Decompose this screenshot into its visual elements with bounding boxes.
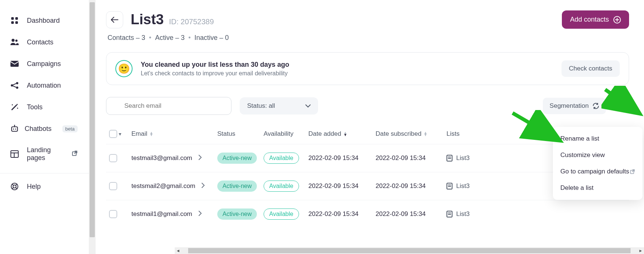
svg-point-20 bbox=[14, 125, 15, 126]
row-email: testsmail2@gmail.com bbox=[131, 182, 195, 190]
sidebar-item-landing-pages[interactable]: Landing pages bbox=[0, 139, 96, 169]
sidebar-item-dashboard[interactable]: Dashboard bbox=[0, 10, 96, 31]
back-button[interactable] bbox=[106, 11, 123, 28]
column-availability: Availability bbox=[264, 130, 308, 138]
horizontal-scrollbar[interactable]: ◄ ► bbox=[175, 247, 644, 254]
row-date-subscribed: 2022-02-09 15:34 bbox=[376, 182, 447, 190]
list-icon bbox=[447, 211, 452, 217]
beta-badge: beta bbox=[62, 125, 78, 132]
svg-point-17 bbox=[13, 129, 14, 130]
dots-vertical-icon bbox=[620, 102, 623, 110]
svg-point-18 bbox=[15, 129, 16, 130]
robot-icon bbox=[10, 125, 19, 133]
sidebar-item-campaigns[interactable]: Campaigns bbox=[0, 53, 96, 75]
row-date-added: 2022-02-09 15:34 bbox=[308, 210, 376, 218]
segmentation-button[interactable]: Segmentation bbox=[543, 98, 606, 114]
table-header: ▾ Email▲▼ Status Availability Date added… bbox=[106, 124, 629, 144]
stat-contacts: Contacts – 3 bbox=[108, 34, 145, 42]
svg-line-28 bbox=[16, 188, 17, 189]
row-date-added: 2022-02-09 15:34 bbox=[308, 182, 376, 190]
chevron-right-icon[interactable] bbox=[201, 182, 205, 190]
stat-active: Active – 3 bbox=[155, 34, 184, 42]
sidebar-item-help[interactable]: Help bbox=[0, 176, 96, 197]
table-row[interactable]: testmail1@gmail.com Active-new Available… bbox=[106, 200, 629, 228]
sidebar: Dashboard Contacts Campaigns Automation … bbox=[0, 0, 96, 254]
sidebar-item-chatbots[interactable]: Chatbots beta bbox=[0, 118, 96, 139]
availability-badge: Available bbox=[264, 153, 299, 164]
sidebar-item-label: Tools bbox=[27, 103, 43, 111]
stat-inactive: Inactive – 0 bbox=[195, 34, 229, 42]
svg-line-30 bbox=[12, 188, 13, 189]
add-contacts-button[interactable]: Add contacts bbox=[562, 10, 629, 29]
table-row[interactable]: testsmail2@gmail.com Active-new Availabl… bbox=[106, 172, 629, 200]
layout-icon bbox=[10, 150, 19, 158]
scroll-right-icon[interactable]: ► bbox=[637, 248, 644, 253]
tools-row: Status: all Segmentation bbox=[106, 97, 629, 115]
dropdown-customize-view[interactable]: Customize view bbox=[553, 147, 643, 163]
main-content: List3 ID: 20752389 Add contacts Contacts… bbox=[96, 0, 644, 254]
scroll-left-icon[interactable]: ◄ bbox=[175, 248, 181, 253]
column-email[interactable]: Email▲▼ bbox=[131, 130, 217, 138]
list-icon bbox=[447, 183, 452, 189]
sidebar-item-label: Contacts bbox=[27, 38, 53, 46]
row-list: List3 bbox=[456, 182, 470, 190]
alert-title: You cleaned up your list less than 30 da… bbox=[141, 61, 289, 69]
lifebuoy-icon bbox=[10, 182, 19, 191]
svg-rect-1 bbox=[15, 17, 18, 20]
list-icon bbox=[447, 155, 452, 162]
divider bbox=[0, 173, 96, 173]
svg-rect-0 bbox=[11, 17, 14, 20]
svg-point-5 bbox=[15, 40, 18, 42]
chevron-right-icon[interactable] bbox=[198, 210, 202, 218]
page-header: List3 ID: 20752389 Add contacts bbox=[106, 10, 629, 29]
row-email: testmail1@gmail.com bbox=[131, 210, 192, 218]
chevron-right-icon[interactable] bbox=[198, 154, 202, 162]
page-title: List3 bbox=[131, 12, 164, 28]
svg-point-8 bbox=[16, 82, 18, 84]
dropdown-rename-list[interactable]: Rename a list bbox=[553, 131, 643, 147]
refresh-icon bbox=[592, 103, 599, 109]
column-lists: Lists bbox=[447, 130, 499, 138]
share-icon bbox=[10, 81, 19, 90]
column-date-added[interactable]: Date added▲▼ bbox=[308, 130, 376, 138]
row-checkbox[interactable] bbox=[109, 154, 117, 162]
status-filter[interactable]: Status: all bbox=[240, 97, 318, 115]
svg-point-26 bbox=[13, 185, 16, 188]
more-options-button[interactable] bbox=[614, 98, 629, 113]
svg-line-11 bbox=[13, 86, 16, 87]
stats-row: Contacts – 3 • Active – 3 • Inactive – 0 bbox=[108, 34, 629, 42]
alert-subtitle: Let's check contacts to improve your ema… bbox=[141, 70, 289, 77]
status-badge: Active-new bbox=[217, 181, 257, 192]
dropdown-delete-list[interactable]: Delete a list bbox=[553, 180, 643, 196]
sidebar-item-label: Chatbots bbox=[25, 125, 52, 133]
row-email: testmail3@gmail.com bbox=[131, 154, 192, 162]
svg-line-29 bbox=[16, 184, 17, 185]
arrow-left-icon bbox=[111, 17, 118, 23]
svg-rect-2 bbox=[11, 21, 14, 24]
people-icon bbox=[10, 38, 19, 46]
sidebar-item-label: Dashboard bbox=[27, 17, 60, 25]
sidebar-item-contacts[interactable]: Contacts bbox=[0, 31, 96, 53]
column-date-subscribed[interactable]: Date subscribed▲▼ bbox=[376, 130, 447, 138]
sidebar-scrollbar[interactable] bbox=[89, 0, 96, 254]
sidebar-item-automation[interactable]: Automation bbox=[0, 75, 96, 96]
chevron-down-icon[interactable]: ▾ bbox=[119, 131, 121, 137]
row-list: List3 bbox=[456, 154, 470, 162]
sidebar-item-label: Campaigns bbox=[27, 60, 61, 68]
list-id: ID: 20752389 bbox=[169, 18, 214, 26]
smiley-icon: 🙂 bbox=[115, 60, 133, 77]
svg-point-38 bbox=[621, 108, 622, 109]
table-row[interactable]: testmail3@gmail.com Active-new Available… bbox=[106, 144, 629, 172]
sidebar-item-tools[interactable]: Tools bbox=[0, 96, 96, 118]
row-date-added: 2022-02-09 15:34 bbox=[308, 154, 376, 162]
select-all-checkbox[interactable] bbox=[109, 130, 117, 138]
row-checkbox[interactable] bbox=[109, 182, 117, 190]
svg-point-4 bbox=[12, 39, 15, 42]
row-date-subscribed: 2022-02-09 15:34 bbox=[376, 154, 447, 162]
search-input[interactable] bbox=[106, 97, 231, 115]
check-contacts-button[interactable]: Check contacts bbox=[561, 60, 620, 77]
svg-line-12 bbox=[12, 105, 16, 110]
svg-point-13 bbox=[17, 104, 18, 105]
row-checkbox[interactable] bbox=[109, 210, 117, 218]
dropdown-campaign-defaults[interactable]: Go to campaign defaults bbox=[553, 163, 643, 180]
